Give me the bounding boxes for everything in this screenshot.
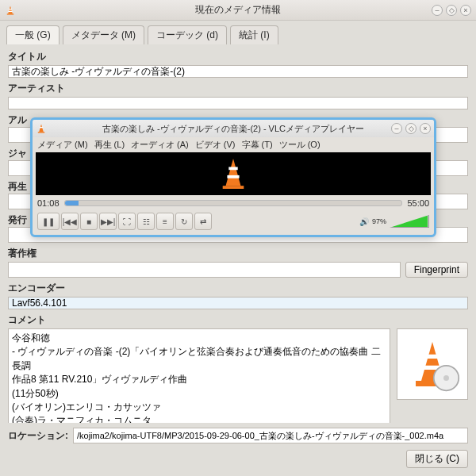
time-current: 01:08 [37,198,60,208]
vlc-cone-icon [36,123,47,134]
fingerprint-button[interactable]: Fingerprint [405,262,468,278]
cover-art [397,328,468,400]
media-info-window: 現在のメディア情報 – ◇ × 一般 (G) メタデータ (M) コーデック (… [0,0,476,476]
time-total: 55:00 [407,198,429,208]
encoder-label: エンコーダー [8,282,468,295]
volume-percent: 97% [372,217,386,225]
copyright-field[interactable] [8,262,401,278]
tab-codec[interactable]: コーデック (d) [148,25,227,44]
vlc-player-window: 古楽の楽しみ -ヴィヴァルディの音楽-(2) - VLCメディアプレイヤー – … [30,117,436,237]
svg-rect-12 [40,127,43,128]
svg-rect-3 [8,10,12,11]
player-titlebar[interactable]: 古楽の楽しみ -ヴィヴァルディの音楽-(2) - VLCメディアプレイヤー – … [33,120,434,137]
pause-button[interactable]: ❚❚ [37,213,60,230]
menu-playback[interactable]: 再生 (L) [94,139,125,151]
svg-rect-14 [223,186,244,189]
location-field [73,428,468,443]
speaker-icon[interactable]: 🔊 [359,217,369,226]
next-button[interactable]: ▶▶| [99,213,117,230]
artist-field[interactable] [8,97,468,109]
volume-slider[interactable] [390,215,429,228]
seek-slider[interactable] [64,200,403,206]
title-label: タイトル [8,50,468,63]
player-minimize-button[interactable]: – [391,123,402,134]
ext-settings-button[interactable]: ☷ [137,213,155,230]
loop-button[interactable]: ↻ [175,213,193,230]
vlc-cone-video-icon [218,156,248,191]
svg-rect-6 [425,355,440,359]
shuffle-button[interactable]: ⇄ [194,213,212,230]
comment-field[interactable] [8,328,390,423]
close-button[interactable]: 閉じる (C) [406,450,468,468]
location-label: ロケーション: [8,429,68,443]
prev-button[interactable]: |◀◀ [61,213,79,230]
comment-label: コメント [8,313,468,327]
vlc-cone-icon [5,5,16,16]
svg-rect-15 [228,167,237,170]
svg-rect-1 [7,13,13,14]
svg-marker-13 [226,159,241,186]
svg-marker-0 [8,6,13,13]
maximize-button[interactable]: ◇ [446,5,457,16]
svg-rect-16 [227,175,239,178]
titlebar: 現在のメディア情報 – ◇ × [0,0,476,21]
video-area [36,152,431,195]
player-menubar: メディア (M) 再生 (L) オーディオ (A) ビデオ (V) 字幕 (T)… [33,137,434,152]
playlist-button[interactable]: ≡ [156,213,174,230]
player-controls: ❚❚ |◀◀ ■ ▶▶| ⛶ ☷ ≡ ↻ ⇄ 🔊 97% [33,211,434,235]
player-close-button[interactable]: × [420,123,431,134]
menu-video[interactable]: ビデオ (V) [195,139,236,151]
close-window-button[interactable]: × [460,5,471,16]
menu-subtitle[interactable]: 字幕 (T) [242,139,273,151]
menu-media[interactable]: メディア (M) [37,139,88,151]
copyright-label: 著作権 [8,247,468,260]
player-title: 古楽の楽しみ -ヴィヴァルディの音楽-(2) - VLCメディアプレイヤー [102,123,364,135]
player-maximize-button[interactable]: ◇ [405,123,416,134]
svg-rect-2 [9,8,12,9]
encoder-field[interactable] [8,297,468,309]
location-row: ロケーション: [0,423,476,450]
minimize-button[interactable]: – [432,5,443,16]
fullscreen-button[interactable]: ⛶ [118,213,136,230]
svg-rect-11 [38,132,44,132]
artist-label: アーティスト [8,82,468,95]
title-field[interactable] [8,65,468,78]
vlc-cone-large-icon [405,336,460,392]
window-title: 現在のメディア情報 [195,3,281,17]
tab-stats[interactable]: 統計 (I) [230,25,278,44]
tab-metadata[interactable]: メタデータ (M) [63,25,144,44]
stop-button[interactable]: ■ [80,213,98,230]
tab-general[interactable]: 一般 (G) [6,25,60,44]
svg-point-9 [443,375,449,381]
menu-audio[interactable]: オーディオ (A) [131,139,189,151]
menu-tools[interactable]: ツール (O) [279,139,321,151]
tab-bar: 一般 (G) メタデータ (M) コーデック (d) 統計 (I) [0,21,476,44]
